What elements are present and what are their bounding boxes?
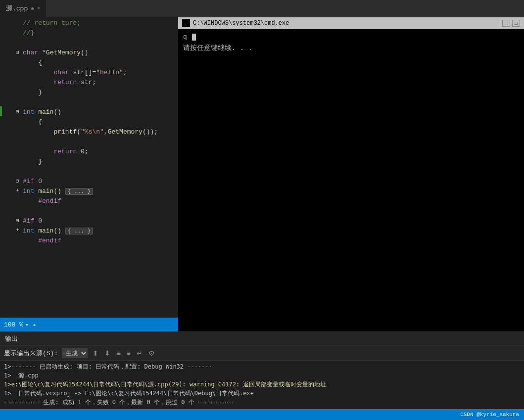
- pin-icon[interactable]: ⊕: [31, 5, 34, 12]
- tab-source-cpp[interactable]: 源.cpp ⊕ ×: [0, 0, 47, 17]
- active-line-indicator: [0, 106, 2, 116]
- code-line: ⊟ int main(): [0, 108, 178, 118]
- code-area[interactable]: // return ture; //} ⊟ char *GetMemory(): [0, 17, 178, 318]
- code-line: printf("%s\n",GetMemory());: [0, 128, 178, 138]
- code-line: }: [0, 89, 178, 98]
- code-line: #endif: [0, 237, 178, 247]
- fold-minus-icon-2[interactable]: ⊟: [16, 108, 23, 115]
- output-toolbar: 显示输出来源(S): 生成 ⬆ ⬇ ≡ ≡ ↵ ⚙: [0, 346, 524, 361]
- code-line: {: [0, 59, 178, 69]
- output-source-select[interactable]: 生成: [62, 348, 88, 358]
- output-line-5: ========== 生成: 成功 1 个，失败 0 个，最新 0 个，跳过 0…: [4, 398, 520, 407]
- output-line-3: 1>e:\图论\c\复习代码154244\日常代码\日常代码\源.cpp(29)…: [4, 380, 520, 389]
- output-scroll-up-button[interactable]: ⬆: [92, 349, 99, 357]
- zoom-level: 100 %: [4, 321, 23, 328]
- fold-minus-icon[interactable]: ⊟: [16, 49, 23, 55]
- output-wrap-button[interactable]: ↵: [136, 349, 143, 357]
- bottom-bar: CSDN @kyrie_sakura: [0, 409, 524, 420]
- output-panel: 输出 显示输出来源(S): 生成 ⬆ ⬇ ≡ ≡ ↵ ⚙ 1>------- 已…: [0, 331, 524, 409]
- fold-plus-icon-2[interactable]: +: [16, 227, 23, 233]
- output-line-4: 1> 日常代码.vcxproj -> E:\图论\c\复习代码154244\日常…: [4, 389, 520, 398]
- cmd-titlebar: C:\WINDOWS\system32\cmd.exe _ □: [178, 17, 524, 29]
- statusbar-zoom-row: 100 % ▾ ◂: [0, 318, 178, 331]
- code-line: #endif: [0, 197, 178, 207]
- code-line: return str;: [0, 79, 178, 89]
- output-align-left-button[interactable]: ≡: [115, 349, 121, 357]
- code-line: char str[]="hello";: [0, 69, 178, 79]
- cmd-minimize-button[interactable]: _: [502, 20, 510, 27]
- tab-bar: 源.cpp ⊕ ×: [0, 0, 524, 17]
- output-scroll-down-button[interactable]: ⬇: [103, 349, 111, 357]
- code-line: ⊟ #if 0: [0, 217, 178, 227]
- collapsed-block-1[interactable]: { ... }: [65, 188, 93, 195]
- fold-minus-icon-4[interactable]: ⊟: [16, 217, 23, 224]
- cmd-prompt-line: q: [183, 33, 519, 41]
- cmd-restore-button[interactable]: □: [512, 20, 520, 27]
- cmd-content[interactable]: q 请按任意键继续. . .: [178, 29, 524, 331]
- output-options-button[interactable]: ⚙: [147, 349, 156, 357]
- fold-plus-icon-1[interactable]: +: [16, 187, 23, 193]
- svg-rect-3: [184, 24, 186, 24]
- scroll-left-icon[interactable]: ◂: [33, 322, 36, 328]
- code-line: // return ture;: [0, 19, 178, 29]
- editor-panel: // return ture; //} ⊟ char *GetMemory(): [0, 17, 178, 331]
- output-line-1: 1>------- 已启动生成: 项目: 日常代码，配置: Debug Win3…: [4, 363, 520, 372]
- cmd-cursor-icon: [192, 34, 196, 41]
- code-line: [0, 98, 178, 108]
- cmd-title: C:\WINDOWS\system32\cmd.exe: [193, 20, 289, 27]
- code-line: [0, 207, 178, 217]
- tab-filename: 源.cpp: [6, 4, 28, 13]
- collapsed-block-2[interactable]: { ... }: [65, 228, 93, 234]
- code-line: //}: [0, 29, 178, 39]
- svg-rect-1: [184, 22, 187, 22]
- code-line: return 0;: [0, 148, 178, 158]
- output-line-2: 1> 源.cpp: [4, 372, 520, 380]
- bottom-attribution: CSDN @kyrie_sakura: [460, 412, 519, 418]
- cmd-title-buttons: _ □: [502, 20, 520, 27]
- code-line: }: [0, 158, 178, 168]
- cmd-icon: [182, 19, 190, 27]
- tab-close-icon[interactable]: ×: [37, 5, 41, 11]
- fold-minus-icon-3[interactable]: ⊟: [16, 178, 23, 184]
- code-line: ⊟ char *GetMemory(): [0, 49, 178, 59]
- output-align-right-button[interactable]: ≡: [125, 349, 131, 357]
- output-source-label: 显示输出来源(S):: [4, 349, 58, 358]
- cmd-prompt-char: q: [183, 33, 187, 41]
- zoom-dropdown-icon[interactable]: ▾: [25, 322, 29, 328]
- code-line: {: [0, 118, 178, 128]
- code-line: [0, 168, 178, 178]
- code-line: [0, 39, 178, 49]
- cmd-panel: C:\WINDOWS\system32\cmd.exe _ □ q 请按任意键继…: [178, 17, 524, 331]
- output-header-label: 输出: [5, 334, 18, 343]
- code-line: ⊟ #if 0: [0, 178, 178, 187]
- svg-rect-2: [184, 23, 188, 23]
- cmd-message: 请按任意键继续. . .: [183, 44, 519, 52]
- main-area: // return ture; //} ⊟ char *GetMemory(): [0, 17, 524, 331]
- output-content: 1>------- 已启动生成: 项目: 日常代码，配置: Debug Win3…: [0, 361, 524, 409]
- code-line: + int main() { ... }: [0, 187, 178, 197]
- code-line: + int main() { ... }: [0, 227, 178, 237]
- output-header: 输出: [0, 332, 524, 346]
- code-line: [0, 138, 178, 148]
